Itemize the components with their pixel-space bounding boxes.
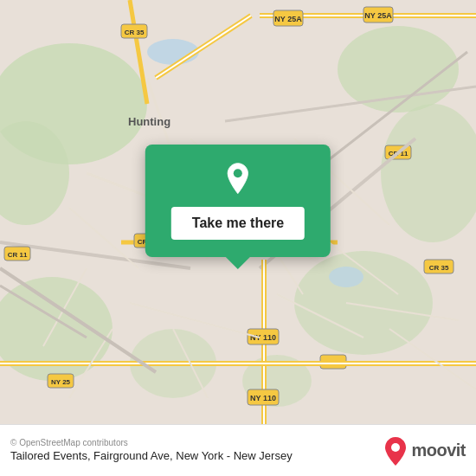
take-me-there-button[interactable]: Take me there — [171, 207, 305, 240]
svg-text:NY 25A: NY 25A — [364, 11, 392, 20]
map-container: NY 25A CR 35 NY 25A CR 11 CR 11 CR 11 NY… — [0, 0, 476, 424]
footer-bar: © OpenStreetMap contributors Tailored Ev… — [0, 424, 476, 476]
svg-text:NY 110: NY 110 — [250, 333, 276, 342]
svg-point-3 — [338, 26, 459, 113]
location-popup: Take me there — [145, 145, 331, 257]
svg-text:Hunting: Hunting — [128, 115, 170, 128]
svg-text:CR 35: CR 35 — [429, 264, 449, 272]
svg-point-5 — [294, 251, 433, 355]
svg-text:NY 25A: NY 25A — [274, 15, 302, 23]
moovit-logo: moovit — [383, 436, 466, 466]
svg-point-67 — [391, 443, 400, 452]
moovit-pin-icon — [383, 436, 408, 466]
svg-text:CR 35: CR 35 — [125, 29, 145, 36]
location-pin-icon — [221, 162, 255, 196]
svg-text:CR 11: CR 11 — [8, 251, 28, 259]
svg-text:NY 110: NY 110 — [250, 394, 276, 402]
footer-text: © OpenStreetMap contributors Tailored Ev… — [10, 438, 376, 463]
moovit-wordmark: moovit — [411, 441, 466, 460]
svg-point-66 — [234, 169, 242, 177]
svg-point-10 — [329, 267, 363, 287]
svg-text:NY 25: NY 25 — [51, 378, 71, 386]
location-name: Tailored Events, Fairground Ave, New Yor… — [10, 449, 293, 462]
copyright-text: © OpenStreetMap contributors — [10, 438, 376, 447]
